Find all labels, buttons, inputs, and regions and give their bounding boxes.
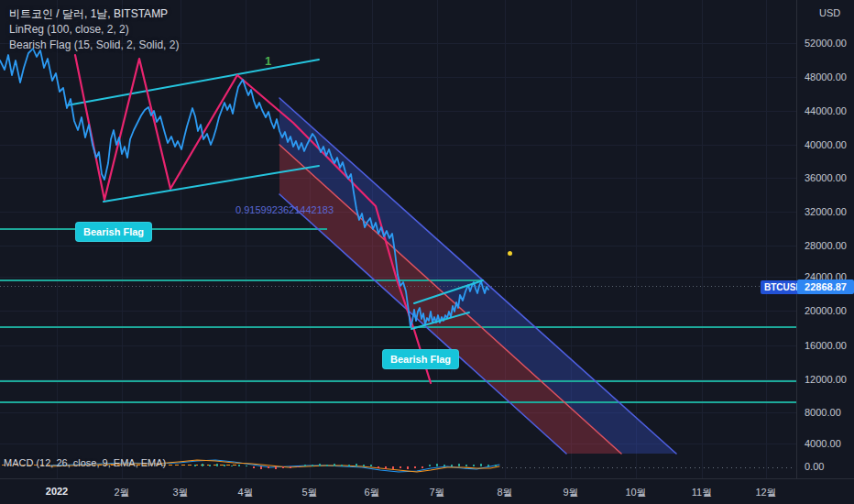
wave-count-label[interactable]: 1 xyxy=(265,54,271,68)
macd-histogram-bar xyxy=(385,466,387,469)
time-tick-month: 8월 xyxy=(497,486,512,499)
price-tick-label: 4000.00 xyxy=(805,438,841,449)
macd-indicator-label[interactable]: MACD (12, 26, close, 9, EMA, EMA) xyxy=(4,457,166,468)
macd-histogram-bar xyxy=(436,464,438,466)
time-tick-month: 4월 xyxy=(237,486,253,499)
macd-histogram-bar xyxy=(194,465,196,466)
last-price-badge[interactable]: 22868.87 xyxy=(797,279,854,294)
indicator-linreg[interactable]: LinReg (100, close, 2, 2) xyxy=(9,22,179,38)
time-tick-month: 11월 xyxy=(692,486,712,499)
price-tick-label: 20000.00 xyxy=(805,305,847,316)
price-tick-label: 32000.00 xyxy=(805,206,847,217)
price-tick-label: 44000.00 xyxy=(805,105,847,116)
time-axis[interactable]: 20222월3월4월5월6월7월8월9월10월11월12월 xyxy=(0,478,854,504)
macd-histogram-bar xyxy=(326,465,328,466)
macd-histogram-bar xyxy=(341,465,343,466)
macd-histogram-bar xyxy=(422,466,423,468)
macd-histogram-bar xyxy=(216,464,218,466)
trading-chart-app: 비트코인 / 달러, 1날, BITSTAMP LinReg (100, clo… xyxy=(0,0,854,504)
macd-histogram-bar xyxy=(370,465,372,466)
chart-legend: 비트코인 / 달러, 1날, BITSTAMP LinReg (100, clo… xyxy=(9,6,179,53)
price-tick-label: 0.00 xyxy=(805,461,824,472)
macd-histogram-bar xyxy=(378,466,379,468)
macd-histogram-bar xyxy=(392,466,394,469)
price-axis[interactable]: USD 52000.0048000.0044000.0040000.003600… xyxy=(796,0,854,478)
macd-histogram-bar xyxy=(312,465,313,466)
macd-histogram-bar xyxy=(231,466,233,466)
price-tick-label: 52000.00 xyxy=(805,38,847,49)
macd-histogram-bar xyxy=(458,464,460,466)
price-tick-label: 28000.00 xyxy=(805,240,847,251)
macd-histogram-bar xyxy=(297,466,299,467)
time-tick-month: 6월 xyxy=(364,486,379,499)
price-tick-label: 48000.00 xyxy=(805,71,847,82)
macd-histogram-bar xyxy=(495,465,497,466)
macd-histogram-bar xyxy=(268,466,269,468)
price-tick-label: 16000.00 xyxy=(805,340,847,351)
price-tick-label: 40000.00 xyxy=(805,139,847,150)
macd-histogram-bar xyxy=(473,465,475,466)
macd-histogram-bar xyxy=(400,466,401,468)
price-tick-label: 36000.00 xyxy=(805,172,847,183)
macd-histogram-bar xyxy=(480,464,482,466)
macd-histogram-bar xyxy=(451,465,453,466)
linreg-center-line xyxy=(279,145,621,454)
symbol-title[interactable]: 비트코인 / 달러, 1날, BITSTAMP xyxy=(9,6,179,22)
time-tick-month: 10월 xyxy=(625,486,646,499)
macd-histogram-bar xyxy=(238,465,240,466)
macd-histogram-bar xyxy=(224,465,225,466)
fib-ratio-annotation[interactable]: 0.9159923621442183 xyxy=(235,204,334,215)
macd-histogram-bar xyxy=(253,466,255,468)
time-tick-month: 7월 xyxy=(429,486,444,499)
macd-histogram-bar xyxy=(209,465,211,466)
macd-histogram-bar xyxy=(487,465,489,466)
time-tick-month: 9월 xyxy=(563,486,578,499)
macd-histogram-bar xyxy=(202,464,203,466)
macd-histogram-bar xyxy=(275,466,277,469)
macd-histogram-bar xyxy=(290,466,291,468)
macd-histogram-bar xyxy=(414,466,416,468)
macd-histogram-bar xyxy=(465,465,467,466)
macd-histogram-bar xyxy=(348,465,350,466)
macd-histogram-bar xyxy=(319,464,321,466)
price-tick-label: 12000.00 xyxy=(805,374,847,385)
currency-label: USD xyxy=(819,7,840,18)
macd-histogram-bar xyxy=(356,464,357,466)
macd-histogram-bar xyxy=(443,465,445,466)
indicator-bearish-flag[interactable]: Bearish Flag (15, Solid, 2, Solid, 2) xyxy=(9,38,179,53)
time-tick-month: 2월 xyxy=(114,486,129,499)
macd-histogram-bar xyxy=(334,464,335,466)
time-tick-month: 12월 xyxy=(755,486,776,499)
macd-histogram-bar xyxy=(282,466,284,468)
drawing-point-dot xyxy=(508,251,512,256)
macd-histogram-bar xyxy=(363,465,365,466)
bearish-flag-label-2[interactable]: Bearish Flag xyxy=(382,349,459,369)
time-tick-year: 2022 xyxy=(46,486,68,497)
chart-canvas[interactable] xyxy=(0,0,854,504)
linreg-upper-border xyxy=(279,98,676,454)
time-tick-month: 5월 xyxy=(301,486,317,499)
time-tick-month: 3월 xyxy=(172,486,188,499)
macd-histogram-bar xyxy=(407,466,409,469)
macd-histogram-bar xyxy=(260,466,262,469)
macd-histogram-bar xyxy=(429,465,431,466)
bearish-flag-label-1[interactable]: Bearish Flag xyxy=(75,222,152,242)
macd-histogram-bar xyxy=(246,466,247,466)
macd-histogram-bar xyxy=(304,465,306,466)
price-tick-label: 8000.00 xyxy=(805,407,841,418)
